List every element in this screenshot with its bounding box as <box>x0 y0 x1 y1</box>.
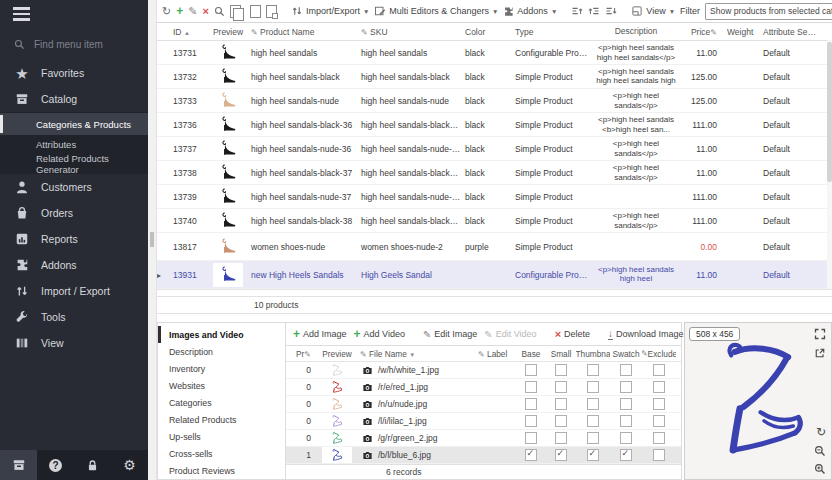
checkbox-small[interactable] <box>546 415 576 427</box>
rotate-button[interactable]: ↻ <box>816 425 826 439</box>
checkbox-exclude[interactable] <box>642 415 676 427</box>
image-row[interactable]: 0 /n/u/nude.jpg <box>286 396 681 413</box>
zoom-in-button[interactable] <box>814 463 826 475</box>
checkbox-thumbnail[interactable] <box>576 398 610 410</box>
collapse-rows-button[interactable] <box>605 5 617 17</box>
column-header-img-preview[interactable]: Preview <box>316 349 358 359</box>
product-row[interactable]: 13931 new High Heels Sandals High Geels … <box>157 261 832 289</box>
product-row[interactable]: 13733 high heel sandals-nude high heel s… <box>157 89 832 113</box>
column-header-small[interactable]: Small <box>546 349 576 359</box>
zoom-out-button[interactable] <box>814 445 826 457</box>
sidebar-item-categories-products[interactable]: Categories & Products <box>0 113 148 135</box>
checkbox-base[interactable] <box>516 364 546 376</box>
sidebar-item-orders[interactable]: Orders <box>0 200 148 226</box>
tab-websites[interactable]: Websites <box>158 377 285 394</box>
filter-select[interactable]: Show products from selected categories▼ <box>705 3 832 20</box>
column-header-color[interactable]: Color <box>463 27 513 37</box>
column-header-pr[interactable]: Pr✎ <box>294 349 316 359</box>
column-header-type[interactable]: Type <box>513 27 593 37</box>
column-header-sku[interactable]: ✎ SKU <box>359 27 463 37</box>
column-header-id[interactable]: ID ▲ <box>167 27 207 37</box>
column-header-attribute-set[interactable]: Attribute Set Name <box>761 27 819 37</box>
checkbox-small[interactable] <box>546 432 576 444</box>
checkbox-base[interactable] <box>516 415 546 427</box>
checkbox-swatch[interactable] <box>610 415 642 427</box>
product-row[interactable]: 13731 high heel sandals high heel sandal… <box>157 41 832 65</box>
store-button[interactable] <box>0 450 37 480</box>
checkbox-thumbnail[interactable] <box>576 415 610 427</box>
tab-inventory[interactable]: Inventory <box>158 360 285 377</box>
edit-video-button[interactable]: ✎ Edit Video <box>484 329 536 340</box>
sidebar-item-related-products-generator[interactable]: Related Products Generator <box>0 154 148 173</box>
checkbox-exclude[interactable] <box>642 381 676 393</box>
sidebar-item-catalog[interactable]: Catalog <box>0 86 148 112</box>
sidebar-item-import-export[interactable]: Import / Export <box>0 278 148 304</box>
move-up-button[interactable] <box>588 5 600 17</box>
tab-description[interactable]: Description <box>158 343 285 360</box>
checkbox-swatch[interactable] <box>610 432 642 444</box>
panel-splitter[interactable] <box>148 0 157 480</box>
checkbox-base[interactable] <box>516 398 546 410</box>
checkbox-thumbnail[interactable] <box>576 449 610 461</box>
sidebar-item-view[interactable]: View <box>0 330 148 356</box>
duplicate-button[interactable] <box>266 5 277 18</box>
product-row[interactable]: 13738 high heel sandals-black-37 high he… <box>157 161 832 185</box>
checkbox-base[interactable] <box>516 381 546 393</box>
add-video-button[interactable]: + Add Video <box>354 328 405 340</box>
checkbox-exclude[interactable] <box>642 398 676 410</box>
tab-related-products[interactable]: Related Products <box>158 411 285 428</box>
checkbox-thumbnail[interactable] <box>576 432 610 444</box>
product-row[interactable]: 13740 high heel sandals-black-38 high he… <box>157 209 832 233</box>
help-button[interactable]: ? <box>37 450 74 480</box>
checkbox-swatch[interactable] <box>610 364 642 376</box>
column-header-description[interactable]: Description <box>593 27 679 37</box>
column-header-exclude[interactable]: ✎Exclude <box>642 349 676 359</box>
checkbox-small[interactable] <box>546 449 576 461</box>
checkbox-thumbnail[interactable] <box>576 364 610 376</box>
multi-editors-menu[interactable]: Multi Editors & Changers▼ <box>374 5 498 17</box>
delete-image-button[interactable]: × Delete <box>555 329 590 340</box>
lock-button[interactable] <box>74 450 111 480</box>
image-row[interactable]: 1 /b/l/blue_6.jpg <box>286 447 681 464</box>
checkbox-exclude[interactable] <box>642 364 676 376</box>
sidebar-item-customers[interactable]: Customers <box>0 174 148 200</box>
tab-categories[interactable]: Categories <box>158 394 285 411</box>
image-row[interactable]: 0 /r/e/red_1.jpg <box>286 379 681 396</box>
checkbox-exclude[interactable] <box>642 449 676 461</box>
add-image-button[interactable]: + Add Image <box>293 328 347 340</box>
checkbox-swatch[interactable] <box>610 381 642 393</box>
column-header-price[interactable]: Price✎ <box>679 27 725 37</box>
sidebar-item-favorites[interactable]: ★ Favorites <box>0 60 148 86</box>
sidebar-item-attributes[interactable]: Attributes <box>0 135 148 154</box>
grid-scrollbar[interactable] <box>827 40 832 289</box>
checkbox-exclude[interactable] <box>642 432 676 444</box>
sidebar-item-addons[interactable]: Addons <box>0 252 148 278</box>
tab-images-and-video[interactable]: Images and Video <box>158 326 285 343</box>
column-header-preview[interactable]: Preview <box>207 27 249 37</box>
checkbox-small[interactable] <box>546 381 576 393</box>
tab-cross-sells[interactable]: Cross-sells <box>158 445 285 462</box>
menu-toggle-icon[interactable] <box>0 0 148 28</box>
checkbox-small[interactable] <box>546 398 576 410</box>
view-menu[interactable]: View▼ <box>631 5 675 17</box>
product-row[interactable]: 13736 high heel sandals-black-36 high he… <box>157 113 832 137</box>
paste-button[interactable] <box>250 5 261 18</box>
column-header-base[interactable]: Base <box>516 349 546 359</box>
edit-product-button[interactable]: ✎ <box>188 5 197 18</box>
checkbox-swatch[interactable] <box>610 449 642 461</box>
addons-menu[interactable]: Addons▼ <box>503 6 557 17</box>
refresh-button[interactable]: ↻ <box>162 6 171 17</box>
import-export-menu[interactable]: Import/Export▼ <box>291 5 369 17</box>
scrollbar-thumb[interactable] <box>827 42 832 182</box>
image-row[interactable]: 0 /l/i/lilac_1.jpg <box>286 413 681 430</box>
sidebar-search[interactable]: Find menu item <box>0 28 148 60</box>
sidebar-item-reports[interactable]: Reports <box>0 226 148 252</box>
checkbox-swatch[interactable] <box>610 398 642 410</box>
product-row[interactable]: 13817 women shoes-nude women shoes-nude-… <box>157 233 832 261</box>
product-row[interactable]: 13732 high heel sandals-black high heel … <box>157 65 832 89</box>
product-row[interactable]: 13739 high heel sandals-nude-37 high hee… <box>157 185 832 209</box>
checkbox-thumbnail[interactable] <box>576 381 610 393</box>
image-row[interactable]: 0 /g/r/green_2.jpg <box>286 430 681 447</box>
column-header-weight[interactable]: Weight <box>725 27 761 37</box>
delete-product-button[interactable]: × <box>202 6 208 17</box>
